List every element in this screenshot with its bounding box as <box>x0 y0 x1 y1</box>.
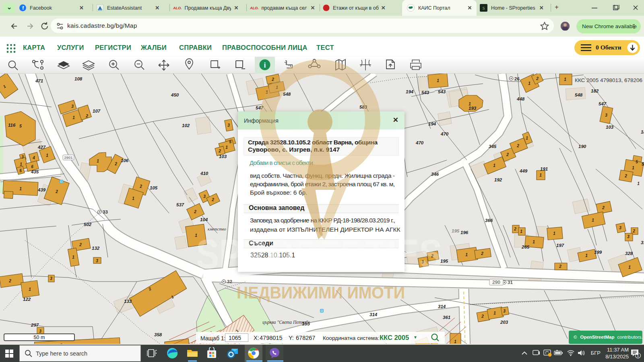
svg-text:2901: 2901 <box>64 155 73 160</box>
svg-text:448: 448 <box>516 97 525 101</box>
svg-text:314: 314 <box>369 312 378 317</box>
svg-text:203: 203 <box>500 320 508 325</box>
svg-text:3: 3 <box>619 226 621 230</box>
svg-text:3: 3 <box>96 259 98 263</box>
svg-text:ККС 2005 4798013, 678206: ККС 2005 4798013, 678206 <box>575 77 642 83</box>
svg-text:548: 548 <box>575 93 583 97</box>
svg-text:366: 366 <box>485 218 493 223</box>
svg-text:108: 108 <box>74 76 83 81</box>
svg-text:5: 5 <box>19 124 22 128</box>
svg-text:583: 583 <box>359 105 367 109</box>
svg-text:346: 346 <box>431 172 439 177</box>
svg-text:548: 548 <box>283 92 291 97</box>
svg-text:132: 132 <box>92 246 100 251</box>
svg-text:2: 2 <box>8 279 11 283</box>
svg-text:2: 2 <box>85 114 88 118</box>
svg-text:191: 191 <box>540 167 548 171</box>
svg-text:107: 107 <box>93 109 101 113</box>
svg-text:1: 1 <box>72 255 74 259</box>
svg-text:1: 1 <box>628 265 631 269</box>
svg-text:издадена от ИЗПЪЛНИТЕЛЕН ДИРЕК: издадена от ИЗПЪЛНИТЕЛЕН ДИРЕКТОР НА АГК… <box>250 226 400 233</box>
svg-text:193: 193 <box>469 106 477 111</box>
svg-text:2: 2 <box>632 229 635 233</box>
svg-text:435: 435 <box>31 169 39 174</box>
svg-text:1: 1 <box>97 159 99 163</box>
svg-text:2: 2 <box>624 174 627 178</box>
svg-text:26: 26 <box>514 76 520 81</box>
svg-text:195: 195 <box>440 259 448 263</box>
svg-text:еднофамилна, брой етажи 2, зас: еднофамилна, брой етажи 2, застроена пло… <box>250 181 395 187</box>
svg-text:155: 155 <box>302 321 310 327</box>
svg-text:103: 103 <box>219 154 227 159</box>
svg-text:1: 1 <box>539 173 542 177</box>
svg-text:1: 1 <box>195 233 197 238</box>
svg-text:3: 3 <box>21 155 24 159</box>
svg-text:1: 1 <box>592 218 594 222</box>
svg-text:2: 2 <box>514 227 516 231</box>
svg-text:106: 106 <box>121 158 129 163</box>
svg-text:102: 102 <box>182 123 190 128</box>
svg-text:Основна заповед: Основна заповед <box>249 204 304 211</box>
svg-text:4: 4 <box>32 156 35 160</box>
svg-text:1: 1 <box>637 354 639 358</box>
svg-text:195: 195 <box>452 228 460 233</box>
svg-text:Суворово, с. Изгрев, п.к. 9147: Суворово, с. Изгрев, п.к. 9147 <box>248 146 340 153</box>
svg-text:194: 194 <box>406 89 414 94</box>
svg-text:S: S <box>482 6 485 10</box>
svg-text:345: 345 <box>489 144 497 149</box>
svg-text:410: 410 <box>200 171 208 176</box>
svg-text:1: 1 <box>132 196 134 201</box>
svg-text:1: 1 <box>437 78 439 83</box>
svg-text:439: 439 <box>37 187 46 192</box>
svg-text:Добави в списък с обекти: Добави в списък с обекти <box>250 159 313 166</box>
svg-text:2: 2 <box>431 254 433 258</box>
svg-text:1: 1 <box>454 339 456 344</box>
svg-text:2: 2 <box>218 149 221 153</box>
svg-text:471: 471 <box>35 78 43 83</box>
svg-text:1: 1 <box>528 81 530 86</box>
svg-text:1: 1 <box>520 229 522 234</box>
svg-text:196: 196 <box>460 230 469 235</box>
svg-text:Брой върхове: 6 бр.: Брой върхове: 6 бр. <box>250 189 307 196</box>
svg-text:32528.10.105.1: 32528.10.105.1 <box>250 252 295 259</box>
svg-text:2: 2 <box>211 197 214 202</box>
svg-text:1: 1 <box>585 253 588 258</box>
svg-text:2: 2 <box>55 189 58 194</box>
svg-text:i: i <box>264 61 266 69</box>
svg-text:3: 3 <box>605 113 607 117</box>
svg-text:3: 3 <box>421 260 424 264</box>
svg-text:18: 18 <box>641 130 644 134</box>
svg-text:470: 470 <box>440 132 449 136</box>
svg-text:2: 2 <box>506 152 509 157</box>
svg-text:5: 5 <box>642 162 644 167</box>
svg-text:32: 32 <box>227 279 232 284</box>
svg-text:197: 197 <box>556 243 564 248</box>
svg-text:537: 537 <box>176 202 184 207</box>
svg-text:450: 450 <box>171 93 179 97</box>
svg-text:31: 31 <box>641 240 644 245</box>
svg-text:Съседи: Съседи <box>249 240 273 247</box>
svg-text:427: 427 <box>37 145 46 150</box>
svg-text:Заповед за одобрение на КККР Р: Заповед за одобрение на КККР РД-18-198/2… <box>250 217 395 224</box>
svg-text:2: 2 <box>559 264 561 269</box>
svg-text:122: 122 <box>23 297 31 302</box>
svg-text:1: 1 <box>225 145 228 150</box>
svg-text:543: 543 <box>438 89 446 94</box>
svg-text:вид собств. Частна, функц. пре: вид собств. Частна, функц. предн. Жилищн… <box>250 172 395 179</box>
svg-text:133: 133 <box>124 299 132 304</box>
svg-text:1: 1 <box>276 85 278 90</box>
svg-text:1: 1 <box>493 311 496 315</box>
svg-text:328: 328 <box>625 251 633 256</box>
svg-text:116: 116 <box>8 123 16 128</box>
svg-text:1: 1 <box>266 90 268 95</box>
svg-text:449: 449 <box>519 169 528 173</box>
svg-text:2: 2 <box>516 144 519 148</box>
svg-text:1: 1 <box>493 163 495 168</box>
svg-text:190: 190 <box>578 144 586 149</box>
svg-text:199: 199 <box>594 250 602 255</box>
svg-text:кметство: кметство <box>208 227 226 231</box>
svg-text:3: 3 <box>227 123 230 128</box>
svg-text:314: 314 <box>438 304 446 309</box>
svg-text:290: 290 <box>492 280 500 285</box>
svg-text:1: 1 <box>20 162 22 167</box>
